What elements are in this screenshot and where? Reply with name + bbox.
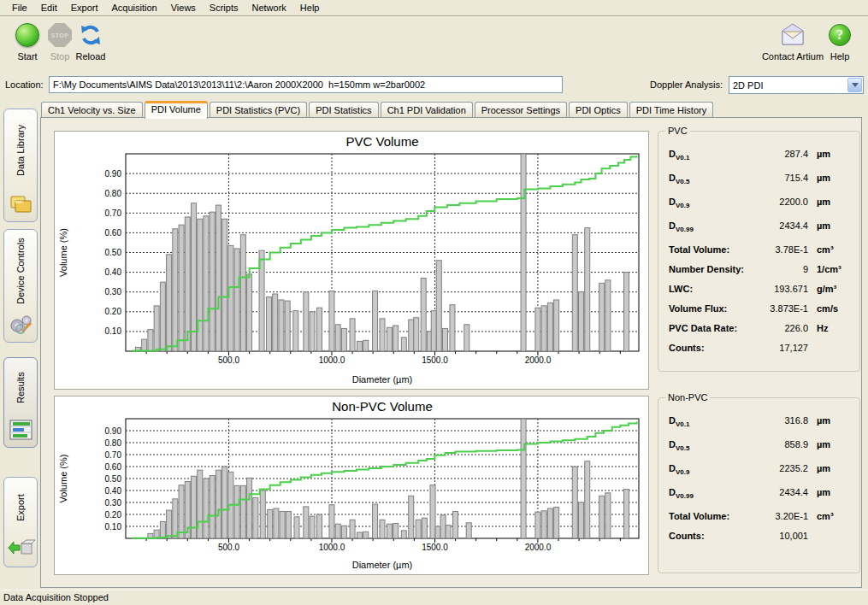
- menu-item-views[interactable]: Views: [164, 1, 203, 15]
- stats-row: Volume Flux:3.873E-1cm/s: [669, 303, 853, 323]
- doppler-analysis-label: Doppler Analysis:: [650, 79, 723, 90]
- help-icon: ?: [829, 24, 851, 46]
- svg-text:0.50: 0.50: [105, 248, 122, 257]
- svg-text:Volume (%): Volume (%): [58, 455, 68, 503]
- stats-row-label: DV0.9: [669, 197, 747, 209]
- svg-text:0.20: 0.20: [105, 307, 122, 316]
- location-input[interactable]: [49, 76, 563, 93]
- export-icon: [8, 537, 35, 562]
- svg-text:0.10: 0.10: [105, 522, 122, 532]
- stats-row-label: DV0.5: [669, 439, 747, 452]
- stats-row-label: DV0.99: [669, 220, 747, 233]
- svg-text:0.30: 0.30: [105, 498, 122, 508]
- contact-artium-button[interactable]: Contact Artium: [759, 21, 826, 62]
- stats-row-value: 287.4: [747, 149, 808, 159]
- tab-processor-settings[interactable]: Processor Settings: [475, 102, 567, 119]
- tab-pdi-statistics[interactable]: PDI Statistics: [309, 102, 378, 119]
- stats-row-value: 2434.4: [747, 487, 808, 497]
- stats-row: DV0.992434.4µm: [669, 487, 853, 511]
- stats-row-value: 3.873E-1: [747, 303, 808, 314]
- start-icon: [15, 23, 39, 47]
- stats-row-value: 10,001: [747, 531, 808, 541]
- svg-text:Diameter (µm): Diameter (µm): [352, 560, 413, 570]
- contact-artium-label: Contact Artium: [759, 51, 826, 62]
- envelope-icon: [777, 22, 808, 48]
- stats-row: DV0.1316.8µm: [669, 415, 853, 439]
- svg-text:0.40: 0.40: [105, 486, 122, 496]
- tab-pdi-time-history[interactable]: PDI Time History: [629, 102, 714, 119]
- stats-row: Counts:10,001: [669, 531, 853, 550]
- stats-row: LWC:193.671g/m³: [669, 284, 853, 303]
- stats-row-label: Total Volume:: [669, 244, 747, 255]
- menu-item-export[interactable]: Export: [64, 1, 105, 15]
- tab-pdi-optics[interactable]: PDI Optics: [569, 102, 628, 119]
- sidebar-item-label: Data Library: [4, 115, 37, 187]
- svg-text:500.0: 500.0: [218, 355, 239, 365]
- stats-row-value: 2235.2: [747, 463, 808, 473]
- menu-item-file[interactable]: File: [5, 1, 34, 15]
- doppler-analysis-value: 2D PDI: [729, 80, 847, 91]
- svg-text:0.90: 0.90: [105, 169, 122, 179]
- svg-text:Diameter (µm): Diameter (µm): [352, 374, 413, 385]
- stats-row: Number Density:91/cm³: [669, 264, 853, 284]
- stats-row-value: 2434.4: [747, 220, 808, 231]
- stats-row-value: 226.0: [747, 323, 808, 333]
- non-pvc-stats-panel: Non-PVC DV0.1316.8µmDV0.5858.9µmDV0.9223…: [658, 397, 860, 573]
- help-button[interactable]: ? Help: [823, 21, 857, 62]
- pvc-stats-title: PVC: [665, 126, 690, 136]
- tab-ch1-velocity-vs-size[interactable]: Ch1 Velocity vs. Size: [41, 102, 143, 119]
- svg-text:0.30: 0.30: [105, 287, 122, 297]
- svg-text:PVC Volume: PVC Volume: [345, 134, 418, 149]
- stats-row: Total Volume:3.78E-1cm³: [669, 244, 853, 264]
- tab-pdi-statistics-pvc-[interactable]: PDI Statistics (PVC): [210, 102, 307, 119]
- stats-row-unit: g/m³: [808, 284, 853, 294]
- doppler-analysis-select[interactable]: 2D PDI: [729, 76, 864, 94]
- svg-text:500.0: 500.0: [218, 543, 239, 552]
- stats-row-unit: cm/s: [808, 303, 853, 314]
- stats-row-unit: 1/cm³: [808, 264, 853, 274]
- sidebar-item-results[interactable]: Results: [3, 357, 38, 448]
- sidebar-item-device-controls[interactable]: Device Controls: [3, 229, 38, 343]
- gears-icon: [8, 312, 35, 338]
- chevron-down-icon[interactable]: [847, 78, 862, 92]
- toolbar: Start STOP Stop Reload Contact Artium ? …: [0, 17, 868, 72]
- location-label: Location:: [5, 79, 44, 90]
- stats-row-label: Counts:: [669, 531, 747, 541]
- sidebar-item-data-library[interactable]: Data Library: [3, 109, 38, 222]
- pvc-stats-rows: DV0.1287.4µmDV0.5715.4µmDV0.92200.0µmDV0…: [669, 149, 853, 362]
- tab-pdi-volume[interactable]: PDI Volume: [145, 101, 208, 119]
- stats-row: Counts:17,127: [669, 343, 853, 362]
- menu-item-help[interactable]: Help: [293, 1, 327, 15]
- menu-item-network[interactable]: Network: [245, 1, 292, 15]
- stats-row-label: DV0.1: [669, 149, 747, 162]
- stats-row-value: 3.20E-1: [747, 511, 808, 521]
- svg-text:1000.0: 1000.0: [319, 355, 345, 365]
- stats-row-label: DV0.5: [669, 173, 747, 185]
- stats-row-unit: µm: [808, 149, 853, 159]
- stats-row-value: 858.9: [747, 439, 808, 449]
- stats-row: PVC Data Rate:226.0Hz: [669, 323, 853, 343]
- stats-row-value: 9: [747, 264, 808, 274]
- pvc-volume-chart: PVC Volume0.100.200.300.400.500.600.700.…: [54, 131, 649, 390]
- stats-row-label: Total Volume:: [669, 511, 747, 521]
- reload-button[interactable]: Reload: [68, 21, 113, 62]
- stats-row-unit: µm: [808, 487, 853, 497]
- tab-ch1-pdi-validation[interactable]: Ch1 PDI Validation: [381, 102, 473, 119]
- stats-row-unit: cm³: [808, 244, 853, 255]
- svg-text:0.20: 0.20: [105, 510, 122, 520]
- svg-text:1500.0: 1500.0: [422, 355, 448, 365]
- stats-row-value: 3.78E-1: [747, 244, 808, 255]
- sidebar-item-export[interactable]: Export: [3, 477, 38, 567]
- reload-button-label: Reload: [68, 51, 113, 62]
- menu-item-acquisition[interactable]: Acquisition: [105, 1, 164, 15]
- svg-text:0.80: 0.80: [105, 438, 122, 448]
- menu-item-scripts[interactable]: Scripts: [203, 1, 245, 15]
- chart-icon: [8, 417, 35, 443]
- svg-text:0.90: 0.90: [105, 426, 122, 436]
- stats-row: DV0.992434.4µm: [669, 220, 853, 244]
- stats-row: DV0.1287.4µm: [669, 149, 853, 173]
- non-pvc-stats-title: Non-PVC: [665, 392, 710, 402]
- menu-item-edit[interactable]: Edit: [34, 1, 64, 15]
- svg-text:0.60: 0.60: [105, 462, 122, 472]
- status-text: Data Acquisition Stopped: [3, 592, 109, 602]
